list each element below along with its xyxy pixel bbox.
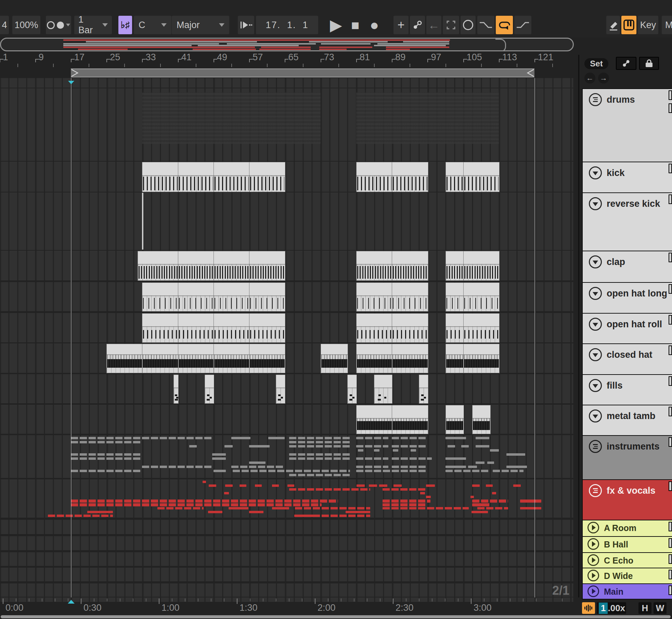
track-header-metal-tamb[interactable]: metal tamb xyxy=(582,405,672,439)
clip[interactable] xyxy=(249,313,285,343)
clip[interactable] xyxy=(392,405,428,434)
clip[interactable] xyxy=(249,162,285,192)
clip[interactable] xyxy=(463,313,500,343)
clip[interactable] xyxy=(356,405,392,434)
bar-tick xyxy=(35,59,39,62)
group-fold-icon[interactable] xyxy=(589,484,602,497)
track-header-main[interactable]: Main xyxy=(582,583,672,599)
track-header-reverse-kick[interactable]: reverse kick xyxy=(582,192,672,255)
clip[interactable] xyxy=(356,282,392,312)
track-header-instruments[interactable]: instruments xyxy=(582,435,672,483)
track-header-drums[interactable]: drums xyxy=(582,88,672,166)
group-fold-icon[interactable] xyxy=(589,440,602,453)
fold-arrow-icon[interactable] xyxy=(589,255,602,268)
clip[interactable] xyxy=(392,282,428,312)
fold-arrow-icon[interactable] xyxy=(589,318,602,331)
clip[interactable] xyxy=(142,313,179,343)
track-width-button[interactable]: W xyxy=(654,602,667,614)
clip[interactable] xyxy=(392,344,428,373)
clip[interactable] xyxy=(142,162,179,192)
fold-arrow-icon[interactable] xyxy=(589,348,602,361)
play-arrow-icon[interactable] xyxy=(587,585,599,597)
clip[interactable] xyxy=(276,375,285,404)
play-arrow-icon[interactable] xyxy=(587,554,599,566)
clip[interactable] xyxy=(347,375,357,404)
track-header-open-hat-roll[interactable]: open hat roll xyxy=(582,313,672,348)
clip[interactable] xyxy=(356,344,392,373)
clip[interactable] xyxy=(374,375,392,404)
clip[interactable] xyxy=(463,282,500,312)
clip[interactable] xyxy=(178,313,214,343)
clip[interactable] xyxy=(463,162,500,192)
track-header-kick[interactable]: kick xyxy=(582,162,672,197)
track-header-clap[interactable]: clap xyxy=(582,251,672,286)
clip[interactable] xyxy=(142,193,143,250)
horizontal-scrollbar[interactable] xyxy=(1,615,671,618)
clip[interactable] xyxy=(214,162,250,192)
playback-speed-field[interactable]: 1.00x xyxy=(597,602,626,614)
lock-button[interactable] xyxy=(639,57,659,70)
arrangement-overview[interactable] xyxy=(0,38,574,51)
clip[interactable] xyxy=(142,282,179,312)
clip[interactable] xyxy=(321,344,348,373)
play-arrow-icon[interactable] xyxy=(587,538,599,550)
clip[interactable] xyxy=(356,162,392,192)
clip[interactable] xyxy=(249,344,285,373)
clip[interactable] xyxy=(178,282,214,312)
clip[interactable] xyxy=(445,405,464,434)
clip[interactable] xyxy=(392,251,428,281)
insert-marker[interactable] xyxy=(68,600,75,604)
set-button[interactable]: Set xyxy=(584,58,608,69)
clip[interactable] xyxy=(214,251,250,281)
track-header-fx-vocals[interactable]: fx & vocals xyxy=(582,479,672,523)
clip[interactable] xyxy=(142,344,179,373)
clip[interactable] xyxy=(356,251,392,281)
clip[interactable] xyxy=(445,162,464,192)
track-header-closed-hat[interactable]: closed hat xyxy=(582,343,672,378)
clip[interactable] xyxy=(445,313,464,343)
clip[interactable] xyxy=(138,251,179,281)
audition-waveform-button[interactable] xyxy=(582,602,595,614)
insert-marker[interactable] xyxy=(68,81,74,84)
fold-arrow-icon[interactable] xyxy=(589,379,602,392)
fold-arrow-icon[interactable] xyxy=(589,409,602,422)
loop-brace[interactable] xyxy=(71,68,534,77)
clip[interactable] xyxy=(178,344,214,373)
clip[interactable] xyxy=(445,344,464,373)
play-arrow-icon[interactable] xyxy=(587,570,599,581)
track-header-b-hall[interactable]: B Hall xyxy=(582,536,672,553)
clip[interactable] xyxy=(205,375,214,404)
clip[interactable] xyxy=(214,344,250,373)
clip[interactable] xyxy=(249,282,285,312)
clip[interactable] xyxy=(356,313,392,343)
clip[interactable] xyxy=(445,282,464,312)
clip[interactable] xyxy=(214,313,250,343)
fold-arrow-icon[interactable] xyxy=(589,197,602,210)
clip[interactable] xyxy=(106,344,143,373)
track-header-fills[interactable]: fills xyxy=(582,374,672,409)
link-toggle-button[interactable] xyxy=(616,57,636,70)
fold-arrow-icon[interactable] xyxy=(589,166,602,179)
next-marker-button[interactable]: → xyxy=(598,73,609,84)
clip[interactable] xyxy=(463,251,500,281)
clip[interactable] xyxy=(178,162,214,192)
clip[interactable] xyxy=(249,251,285,281)
clip[interactable] xyxy=(173,375,179,404)
track-header-d-wide[interactable]: D Wide xyxy=(582,568,672,584)
track-header-c-echo[interactable]: C Echo xyxy=(582,552,672,569)
track-header-a-room[interactable]: A Room xyxy=(582,520,672,537)
group-fold-icon[interactable] xyxy=(589,93,602,106)
clip[interactable] xyxy=(178,251,214,281)
fold-arrow-icon[interactable] xyxy=(589,287,602,300)
clip[interactable] xyxy=(445,251,464,281)
clip[interactable] xyxy=(214,282,250,312)
track-header-open-hat-long[interactable]: open hat long xyxy=(582,282,672,317)
play-arrow-icon[interactable] xyxy=(587,522,599,533)
track-height-button[interactable]: H xyxy=(638,602,651,614)
clip[interactable] xyxy=(419,375,428,404)
clip[interactable] xyxy=(463,344,500,373)
clip[interactable] xyxy=(392,313,428,343)
clip[interactable] xyxy=(472,405,491,434)
prev-marker-button[interactable]: ← xyxy=(584,73,595,84)
clip[interactable] xyxy=(392,162,428,192)
